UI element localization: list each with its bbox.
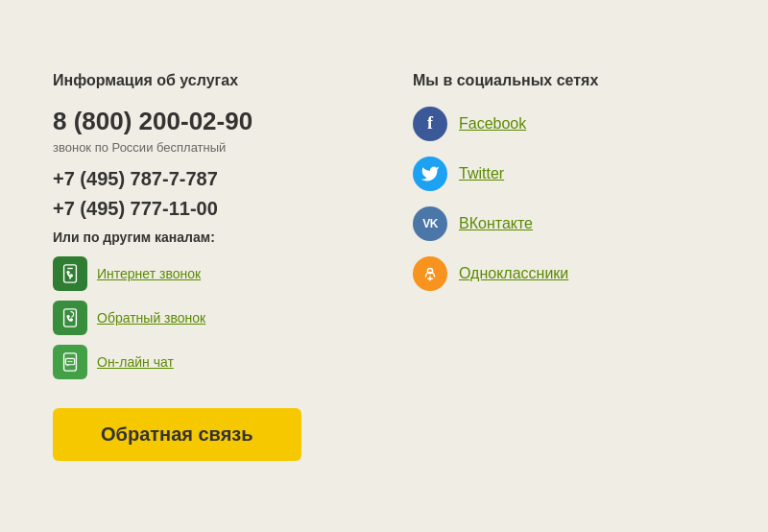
svg-rect-3 <box>64 308 77 326</box>
left-column: Информация об услугах 8 (800) 200-02-90 … <box>53 72 355 461</box>
svg-point-2 <box>69 277 71 278</box>
right-section-title: Мы в социальных сетях <box>413 72 715 89</box>
feedback-button[interactable]: Обратная связь <box>53 408 301 461</box>
internet-call-icon <box>53 256 87 291</box>
social-item-vk[interactable]: VK ВКонтакте <box>413 206 715 241</box>
social-item-twitter[interactable]: Twitter <box>413 157 715 191</box>
twitter-icon <box>413 157 447 191</box>
svg-point-7 <box>69 360 70 361</box>
phone-subtitle: звонок по России бесплатный <box>53 140 355 155</box>
channel-item-online-chat[interactable]: Он-лайн чат <box>53 345 355 379</box>
online-chat-icon <box>53 345 87 379</box>
internet-call-link[interactable]: Интернет звонок <box>97 266 201 281</box>
facebook-link[interactable]: Facebook <box>459 115 526 133</box>
vk-link[interactable]: ВКонтакте <box>459 215 533 232</box>
channel-item-internet-call[interactable]: Интернет звонок <box>53 256 355 291</box>
online-chat-link[interactable]: Он-лайн чат <box>97 354 174 370</box>
ok-link[interactable]: Одноклассники <box>459 265 568 282</box>
right-column: Мы в социальных сетях f Facebook Twitter… <box>413 72 715 461</box>
social-item-ok[interactable]: Одноклассники <box>413 256 715 291</box>
svg-rect-0 <box>64 264 77 281</box>
phone-3: +7 (495) 777-11-00 <box>53 198 355 220</box>
callback-icon <box>53 301 87 335</box>
twitter-link[interactable]: Twitter <box>459 165 504 182</box>
main-container: Информация об услугах 8 (800) 200-02-90 … <box>24 34 744 499</box>
svg-point-8 <box>71 360 72 361</box>
left-section-title: Информация об услугах <box>53 72 355 89</box>
ok-icon <box>413 256 447 291</box>
phone-2: +7 (495) 787-7-787 <box>53 168 355 190</box>
channels-title: Или по другим каналам: <box>53 230 355 245</box>
svg-point-6 <box>67 360 68 361</box>
facebook-icon: f <box>413 107 447 141</box>
social-item-facebook[interactable]: f Facebook <box>413 107 715 141</box>
vk-icon: VK <box>413 206 447 241</box>
channel-item-callback[interactable]: Обратный звонок <box>53 301 355 335</box>
callback-link[interactable]: Обратный звонок <box>97 310 205 326</box>
phone-main: 8 (800) 200-02-90 <box>53 107 355 136</box>
